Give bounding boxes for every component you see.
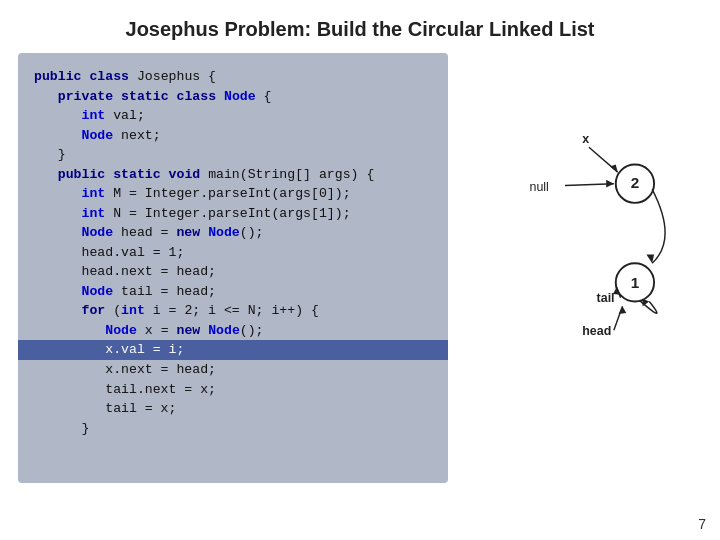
page-title: Josephus Problem: Build the Circular Lin…	[0, 0, 720, 53]
diagram-panel: x null 2 1 tail	[472, 53, 702, 483]
code-line: for (int i = 2; i <= N; i++) {	[34, 301, 432, 321]
code-line: private static class Node {	[34, 87, 432, 107]
x-label: x	[582, 132, 589, 146]
code-line: Node tail = head;	[34, 282, 432, 302]
node2-label: 2	[631, 174, 640, 191]
code-line: Node x = new Node();	[34, 321, 432, 341]
code-line: tail = x;	[34, 399, 432, 419]
null-label: null	[530, 180, 549, 194]
node2-to-node1-arrow	[652, 189, 665, 263]
self-loop	[640, 301, 657, 314]
code-line: x.next = head;	[34, 360, 432, 380]
tail-label: tail	[597, 291, 615, 305]
null-arrowhead	[606, 180, 614, 188]
code-line: public class Josephus {	[34, 67, 432, 87]
head-arrowhead	[619, 306, 627, 314]
code-line: int M = Integer.parseInt(args[0]);	[34, 184, 432, 204]
code-line: x.val = i;	[18, 340, 448, 360]
code-line: }	[34, 145, 432, 165]
code-line: Node head = new Node();	[34, 223, 432, 243]
code-line: }	[34, 419, 432, 439]
head-label: head	[582, 324, 611, 338]
slide-number: 7	[698, 516, 706, 532]
code-line: Node next;	[34, 126, 432, 146]
code-line: tail.next = x;	[34, 380, 432, 400]
code-line: head.next = head;	[34, 262, 432, 282]
code-line: public static void main(String[] args) {	[34, 165, 432, 185]
code-line: head.val = 1;	[34, 243, 432, 263]
code-line: int val;	[34, 106, 432, 126]
code-line: int N = Integer.parseInt(args[1]);	[34, 204, 432, 224]
code-panel: public class Josephus { private static c…	[18, 53, 448, 483]
node1-label: 1	[631, 274, 640, 291]
